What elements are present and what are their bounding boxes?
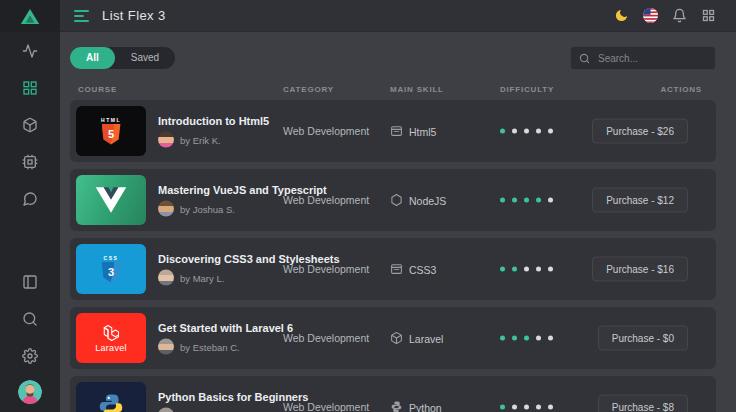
difficulty-dot bbox=[500, 198, 505, 203]
difficulty-dot bbox=[524, 267, 529, 272]
laravel-logo bbox=[102, 324, 120, 342]
difficulty-dot bbox=[536, 129, 541, 134]
laravel-thumbnail: Laravel bbox=[76, 313, 146, 363]
python-icon bbox=[390, 401, 403, 412]
difficulty-dot bbox=[500, 336, 505, 341]
app-logo[interactable] bbox=[0, 0, 60, 32]
difficulty-indicator bbox=[500, 129, 553, 134]
table-header: Course Category Main Skill Difficulty Ac… bbox=[70, 80, 716, 100]
difficulty-dot bbox=[524, 129, 529, 134]
sidebar-bottom-nav bbox=[0, 263, 60, 412]
difficulty-dot bbox=[524, 198, 529, 203]
course-skill: Laravel bbox=[409, 332, 443, 344]
course-skill-cell: Html5 bbox=[390, 125, 436, 138]
course-rows: HTML5 Introduction to Html5 by Erik K. W… bbox=[70, 100, 716, 412]
column-header-category: Category bbox=[283, 85, 334, 94]
triangle-logo bbox=[20, 8, 40, 25]
course-skill: NodeJS bbox=[409, 194, 446, 206]
course-row[interactable]: Laravel Get Started with Laravel 6 by Es… bbox=[70, 307, 716, 369]
search-box bbox=[570, 46, 716, 70]
apps-grid-icon[interactable] bbox=[700, 8, 716, 24]
course-skill-cell: Laravel bbox=[390, 332, 443, 345]
language-flag-us-icon[interactable] bbox=[642, 8, 658, 24]
layout-icon[interactable] bbox=[12, 263, 49, 300]
course-skill-cell: CSS3 bbox=[390, 263, 436, 276]
topbar-icons bbox=[613, 8, 716, 24]
app-root: List Flex 3 bbox=[0, 0, 736, 412]
html5-logo: HTML bbox=[101, 118, 121, 123]
purchase-button[interactable]: Purchase - $8 bbox=[598, 395, 688, 412]
course-row[interactable]: CSS3 Discovering CSS3 and Stylesheets by… bbox=[70, 238, 716, 300]
course-category: Web Development bbox=[283, 263, 369, 275]
difficulty-dot bbox=[524, 405, 529, 410]
main-content: All Saved Course Category Main Skill Dif… bbox=[60, 32, 736, 412]
course-author: by Esteban C. bbox=[180, 341, 240, 352]
course-author: by Mary L. bbox=[180, 272, 224, 283]
search-input[interactable] bbox=[596, 52, 707, 65]
column-header-course: Course bbox=[78, 85, 117, 94]
course-skill: Html5 bbox=[409, 125, 436, 137]
purchase-button[interactable]: Purchase - $16 bbox=[592, 257, 688, 282]
difficulty-dot bbox=[512, 198, 517, 203]
notifications-bell-icon[interactable] bbox=[671, 8, 687, 24]
search-icon[interactable] bbox=[12, 300, 49, 337]
difficulty-dot bbox=[512, 267, 517, 272]
difficulty-dot bbox=[512, 336, 517, 341]
author-avatar bbox=[158, 132, 174, 148]
sidebar bbox=[0, 0, 60, 412]
course-skill: Python bbox=[409, 401, 442, 412]
course-row[interactable]: Mastering VueJS and Typescript by Joshua… bbox=[70, 169, 716, 231]
css3-thumbnail: CSS3 bbox=[76, 244, 146, 294]
vuejs-logo bbox=[94, 186, 128, 214]
css3-icon bbox=[390, 263, 403, 276]
course-category: Web Development bbox=[283, 332, 369, 344]
python-thumbnail bbox=[76, 382, 146, 412]
column-header-main-skill: Main Skill bbox=[390, 85, 444, 94]
laravel-icon bbox=[390, 332, 403, 345]
author-avatar bbox=[158, 339, 174, 355]
purchase-button[interactable]: Purchase - $26 bbox=[592, 119, 688, 144]
tab-saved[interactable]: Saved bbox=[115, 47, 175, 69]
cpu-icon[interactable] bbox=[12, 143, 49, 180]
course-info: Get Started with Laravel 6 by Esteban C. bbox=[158, 322, 293, 355]
settings-icon[interactable] bbox=[12, 337, 49, 374]
purchase-button[interactable]: Purchase - $12 bbox=[592, 188, 688, 213]
html5-icon bbox=[390, 125, 403, 138]
course-title: Introduction to Html5 bbox=[158, 115, 269, 127]
course-title: Get Started with Laravel 6 bbox=[158, 322, 293, 334]
course-byline: by Erik K. bbox=[158, 132, 269, 148]
difficulty-dot bbox=[536, 405, 541, 410]
chat-icon[interactable] bbox=[12, 180, 49, 217]
difficulty-dot bbox=[548, 267, 553, 272]
tab-all[interactable]: All bbox=[70, 47, 115, 69]
author-avatar bbox=[158, 270, 174, 286]
activity-icon[interactable] bbox=[12, 32, 49, 69]
page-title: List Flex 3 bbox=[102, 8, 166, 23]
column-header-actions: Actions bbox=[660, 85, 702, 94]
difficulty-dot bbox=[500, 405, 505, 410]
difficulty-dot bbox=[536, 198, 541, 203]
topbar: List Flex 3 bbox=[60, 0, 736, 32]
course-category: Web Development bbox=[283, 194, 369, 206]
course-skill-cell: Python bbox=[390, 401, 442, 412]
course-category: Web Development bbox=[283, 401, 369, 412]
course-skill: CSS3 bbox=[409, 263, 436, 275]
toolbar: All Saved bbox=[70, 46, 716, 70]
difficulty-dot bbox=[512, 129, 517, 134]
user-avatar[interactable] bbox=[18, 380, 42, 404]
difficulty-dot bbox=[500, 129, 505, 134]
filter-tabs: All Saved bbox=[70, 47, 175, 69]
search-icon bbox=[579, 53, 590, 64]
dashboard-grid-icon[interactable] bbox=[12, 69, 49, 106]
course-row[interactable]: HTML5 Introduction to Html5 by Erik K. W… bbox=[70, 100, 716, 162]
difficulty-dot bbox=[536, 267, 541, 272]
dark-mode-moon-icon[interactable] bbox=[613, 8, 629, 24]
difficulty-dot bbox=[548, 129, 553, 134]
package-icon[interactable] bbox=[12, 106, 49, 143]
purchase-button[interactable]: Purchase - $0 bbox=[598, 326, 688, 351]
course-row[interactable]: Python Basics for Beginners by Esteban C… bbox=[70, 376, 716, 412]
course-author: by Joshua S. bbox=[180, 203, 235, 214]
menu-icon[interactable] bbox=[74, 10, 89, 22]
course-byline: by Esteban C. bbox=[158, 339, 293, 355]
difficulty-dot bbox=[548, 336, 553, 341]
